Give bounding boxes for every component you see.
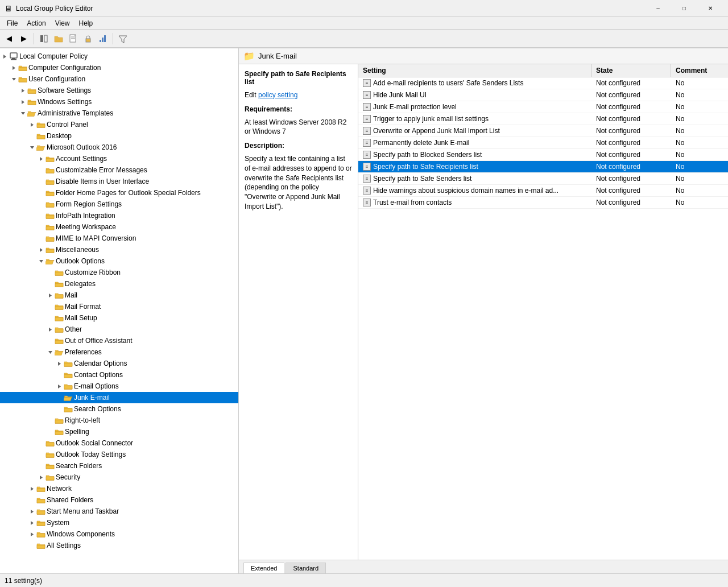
tree-item-meeting-workspace[interactable]: Meeting Workspace bbox=[0, 221, 238, 233]
tree-item-customize-ribbon[interactable]: Customize Ribbon bbox=[0, 267, 238, 278]
tree-item-form-region[interactable]: Form Region Settings bbox=[0, 199, 238, 210]
tree-item-contact-options[interactable]: Contact Options bbox=[0, 369, 238, 381]
tree-item-search-folders[interactable]: Search Folders bbox=[0, 460, 238, 472]
tree-expand-windows-components[interactable] bbox=[27, 530, 36, 539]
tree-expand-computer-config[interactable] bbox=[9, 63, 18, 72]
folder-icon bbox=[36, 131, 46, 140]
close-button[interactable]: ✕ bbox=[697, 0, 723, 17]
back-button[interactable]: ◀ bbox=[2, 32, 16, 46]
grid-row-10[interactable]: ≡Trust e-mail from contactsNot configure… bbox=[358, 197, 728, 209]
tree-item-start-menu[interactable]: Start Menu and Taskbar bbox=[0, 506, 238, 517]
doc-btn[interactable] bbox=[67, 32, 80, 46]
col-state[interactable]: State bbox=[592, 64, 671, 77]
maximize-button[interactable]: □ bbox=[671, 0, 697, 17]
tree-item-outlook-social[interactable]: Outlook Social Connector bbox=[0, 437, 238, 449]
tree-item-outlook-today[interactable]: Outlook Today Settings bbox=[0, 449, 238, 460]
tree-expand-outlook-options[interactable] bbox=[36, 257, 46, 266]
tree-item-windows-settings[interactable]: Windows Settings bbox=[0, 96, 238, 108]
minimize-button[interactable]: – bbox=[645, 0, 671, 17]
tree-item-network[interactable]: Network bbox=[0, 483, 238, 494]
tab-standard[interactable]: Standard bbox=[286, 563, 326, 573]
tree-expand-network[interactable] bbox=[27, 484, 36, 493]
tree-item-mail-setup[interactable]: Mail Setup bbox=[0, 312, 238, 324]
col-setting[interactable]: Setting bbox=[358, 64, 592, 77]
tree-item-out-of-office[interactable]: Out of Office Assistant bbox=[0, 335, 238, 346]
tree-item-spelling[interactable]: Spelling bbox=[0, 426, 238, 437]
tree-item-mail-format[interactable]: Mail Format bbox=[0, 301, 238, 312]
tree-item-search-options[interactable]: Search Options bbox=[0, 403, 238, 415]
tree-item-delegates[interactable]: Delegates bbox=[0, 278, 238, 290]
tree-expand-software-settings[interactable] bbox=[18, 86, 27, 95]
tree-item-shared-folders[interactable]: Shared Folders bbox=[0, 494, 238, 506]
tree-expand-ms-outlook[interactable] bbox=[27, 143, 36, 152]
grid-row-6[interactable]: ≡Specify path to Blocked Senders listNot… bbox=[358, 149, 728, 161]
grid-row-3[interactable]: ≡Trigger to apply junk email list settin… bbox=[358, 113, 728, 125]
tab-extended[interactable]: Extended bbox=[243, 563, 284, 573]
tree-item-right-to-left[interactable]: Right-to-left bbox=[0, 415, 238, 426]
tree-expand-start-menu[interactable] bbox=[27, 507, 36, 516]
grid-row-5[interactable]: ≡Permanently delete Junk E-mailNot confi… bbox=[358, 137, 728, 149]
show-hide-button[interactable] bbox=[37, 32, 51, 46]
tree-expand-system[interactable] bbox=[27, 518, 36, 527]
tree-item-preferences[interactable]: Preferences bbox=[0, 346, 238, 358]
grid-row-2[interactable]: ≡Junk E-mail protection levelNot configu… bbox=[358, 101, 728, 113]
tree-item-folder-home[interactable]: Folder Home Pages for Outlook Special Fo… bbox=[0, 187, 238, 199]
tree-expand-email-options[interactable] bbox=[55, 382, 64, 391]
tree-item-calendar-options[interactable]: Calendar Options bbox=[0, 358, 238, 369]
tree-item-admin-templates[interactable]: Administrative Templates bbox=[0, 108, 238, 119]
tree-item-ms-outlook[interactable]: Microsoft Outlook 2016 bbox=[0, 142, 238, 153]
filter-btn[interactable] bbox=[116, 32, 130, 46]
forward-button[interactable]: ▶ bbox=[17, 32, 31, 46]
tree-item-infopath[interactable]: InfoPath Integration bbox=[0, 210, 238, 221]
folder-btn[interactable] bbox=[52, 32, 65, 46]
tree-item-disable-items[interactable]: Disable Items in User Interface bbox=[0, 176, 238, 187]
menu-help[interactable]: Help bbox=[75, 18, 98, 28]
tree-item-other[interactable]: Other bbox=[0, 324, 238, 335]
grid-row-9[interactable]: ≡Hide warnings about suspicious domain n… bbox=[358, 185, 728, 197]
grid-row-1[interactable]: ≡Hide Junk Mail UINot configuredNo bbox=[358, 89, 728, 101]
tree-expand-mail[interactable] bbox=[46, 291, 55, 300]
tree-expand-other[interactable] bbox=[46, 325, 55, 334]
grid-row-7[interactable]: ≡Specify path to Safe Recipients listNot… bbox=[358, 161, 728, 173]
tree-item-custom-error[interactable]: Customizable Error Messages bbox=[0, 164, 238, 176]
tree-expand-control-panel[interactable] bbox=[27, 120, 36, 129]
tree-item-all-settings[interactable]: All Settings bbox=[0, 540, 238, 551]
menu-action[interactable]: Action bbox=[22, 18, 50, 28]
tree-item-miscellaneous[interactable]: Miscellaneous bbox=[0, 244, 238, 255]
chart-btn[interactable] bbox=[96, 32, 110, 46]
menu-view[interactable]: View bbox=[51, 18, 75, 28]
grid-row-0[interactable]: ≡Add e-mail recipients to users' Safe Se… bbox=[358, 77, 728, 89]
tree-item-control-panel[interactable]: Control Panel bbox=[0, 119, 238, 130]
menu-file[interactable]: File bbox=[2, 18, 22, 28]
tree-expand-account-settings[interactable] bbox=[36, 154, 46, 163]
tree-item-software-settings[interactable]: Software Settings bbox=[0, 85, 238, 96]
tree-expand-calendar-options[interactable] bbox=[55, 359, 64, 368]
tree-item-mime-mapi[interactable]: MIME to MAPI Conversion bbox=[0, 233, 238, 244]
tree-item-desktop[interactable]: Desktop bbox=[0, 130, 238, 142]
tree-expand-user-config[interactable] bbox=[9, 75, 18, 84]
tree-label-right-to-left: Right-to-left bbox=[65, 416, 100, 424]
col-comment[interactable]: Comment bbox=[671, 64, 728, 77]
lock-btn[interactable] bbox=[81, 32, 95, 46]
tree-item-junk-email[interactable]: Junk E-mail bbox=[0, 392, 238, 403]
tree-item-system[interactable]: System bbox=[0, 517, 238, 528]
tree-item-security[interactable]: Security bbox=[0, 472, 238, 483]
tree-item-user-config[interactable]: User Configuration bbox=[0, 73, 238, 85]
tree-expand-preferences[interactable] bbox=[46, 348, 55, 357]
tree-expand-miscellaneous[interactable] bbox=[36, 245, 46, 254]
tree-item-local-group-policy[interactable]: Local Computer Policy bbox=[0, 51, 238, 62]
grid-row-4[interactable]: ≡Overwrite or Append Junk Mail Import Li… bbox=[358, 125, 728, 137]
tree-item-windows-components[interactable]: Windows Components bbox=[0, 528, 238, 540]
tree-item-computer-config[interactable]: Computer Configuration bbox=[0, 62, 238, 73]
grid-row-8[interactable]: ≡Specify path to Safe Senders listNot co… bbox=[358, 173, 728, 185]
tree-item-outlook-options[interactable]: Outlook Options bbox=[0, 255, 238, 267]
tree-expand-security[interactable] bbox=[36, 473, 46, 482]
tree-item-mail[interactable]: Mail bbox=[0, 290, 238, 301]
tree-item-email-options[interactable]: E-mail Options bbox=[0, 381, 238, 392]
policy-setting-link[interactable]: policy setting bbox=[258, 91, 297, 99]
tree-expand-windows-settings[interactable] bbox=[18, 97, 27, 106]
tree-item-account-settings[interactable]: Account Settings bbox=[0, 153, 238, 164]
tree-expand-local-group-policy[interactable] bbox=[0, 52, 9, 61]
tree-expand-admin-templates[interactable] bbox=[18, 109, 27, 118]
svg-rect-11 bbox=[12, 58, 15, 59]
